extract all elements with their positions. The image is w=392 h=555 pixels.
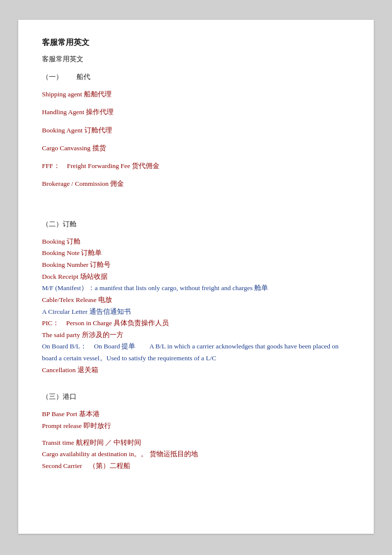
section2-terms: Booking 订舱 Booking Note 订舱单 Booking Numb… — [42, 236, 350, 376]
term-said-party: The said party 所涉及的一方 — [42, 329, 350, 341]
term-handling-agent: Handling Agent 操作代理 — [42, 106, 350, 118]
term-cable-telex: Cable/Telex Release 电放 — [42, 294, 350, 306]
term-second-carrier: Second Carrier （第）二程船 — [42, 460, 350, 472]
term-booking-agent: Booking Agent 订舱代理 — [42, 125, 350, 136]
term-bp-base: BP Base Port 基本港 — [42, 408, 350, 420]
section1-header: （一） 船代 — [42, 73, 350, 82]
section3-header: （三）港口 — [42, 392, 350, 401]
section2: （二）订舱 Booking 订舱 Booking Note 订舱单 Bookin… — [42, 220, 350, 376]
term-booking-number: Booking Number 订舱号 — [42, 259, 350, 271]
term-dock-receipt: Dock Receipt 场站收据 — [42, 271, 350, 283]
term-cargo-canvassing: Cargo Canvassing 揽货 — [42, 142, 350, 154]
term-circular-letter: A Circular Letter 通告信通知书 — [42, 306, 350, 318]
term-line-3: Booking Agent 订舱代理 — [42, 127, 112, 134]
term-shipping-agent: Shipping agent 船舶代理 — [42, 88, 350, 100]
term-brokerage: Brokerage / Commission 佣金 — [42, 178, 350, 190]
term-transit-time: Transit time 航程时间 ／ 中转时间 — [42, 437, 350, 449]
section1: （一） 船代 Shipping agent 船舶代理 Handling Agen… — [42, 73, 350, 190]
term-fff: FFF： Freight Forwarding Fee 货代佣金 — [42, 160, 350, 172]
term-line-6: Brokerage / Commission 佣金 — [42, 180, 124, 187]
term-booking: Booking 订舱 — [42, 236, 350, 248]
section3-terms: BP Base Port 基本港 Prompt release 即时放行 Tra… — [42, 408, 350, 471]
main-title: 客服常用英文 — [42, 38, 350, 48]
page-container: 客服常用英文 客服常用英文 （一） 船代 Shipping agent 船舶代理… — [18, 20, 374, 534]
term-prompt-release: Prompt release 即时放行 — [42, 420, 350, 432]
term-pic: PIC： Person in Charge 具体负责操作人员 — [42, 317, 350, 329]
subtitle: 客服常用英文 — [42, 55, 350, 64]
term-cancellation: Cancellation 退关箱 — [42, 364, 350, 376]
section2-header: （二）订舱 — [42, 220, 350, 229]
term-line-5: FFF： Freight Forwarding Fee 货代佣金 — [42, 162, 159, 170]
term-on-board: On Board B/L： On Board 提单 A B/L in which… — [42, 341, 350, 364]
term-line-2: Handling Agent 操作代理 — [42, 108, 114, 116]
term-line-1: Shipping agent 船舶代理 — [42, 90, 112, 98]
term-line-4: Cargo Canvassing 揽货 — [42, 144, 106, 152]
term-manifest: M/F (Manifest）：a manifest that lists onl… — [42, 282, 350, 294]
term-booking-note: Booking Note 订舱单 — [42, 247, 350, 259]
section3: （三）港口 BP Base Port 基本港 Prompt release 即时… — [42, 392, 350, 471]
term-cargo-availability: Cargo availability at destination in。。 货… — [42, 448, 350, 460]
